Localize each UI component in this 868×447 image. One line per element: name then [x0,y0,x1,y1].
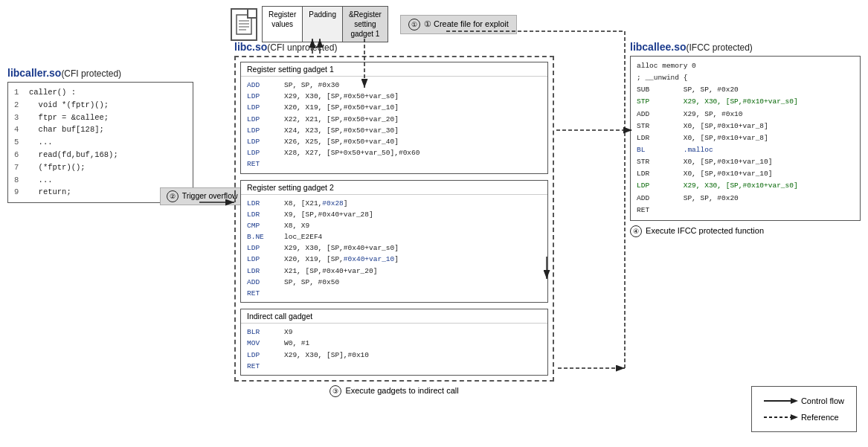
libc-section: libc.so(CFI unprotected) Register settin… [234,41,554,397]
callee-line: LDP X29, X30, [SP,#0x10+var_s0] [637,180,854,192]
asm-line: LDRX9, [SP,#0x40+var_28] [247,209,541,220]
code-line-1: 1caller() : [14,86,187,99]
libcallee-code-box: alloc memory 0 ; __unwind { SUB SP, SP, … [630,56,861,221]
asm-line: LDPX26, X25, [SP,#0x50+var_40] [247,136,541,147]
gadget2-content: LDRX8, [X21,#0x28] LDRX9, [SP,#0x40+var_… [241,195,547,303]
step1-text: ① Create file for exploit [424,19,509,28]
code-line-8: 8 ... [14,174,187,187]
gadget3-title: Indirect call gadget [241,309,547,324]
code-line-7: 7 (*fptr)(); [14,161,187,174]
callee-line: STR X0, [SP,#0x10+var_10] [637,156,854,168]
asm-line: RET [247,288,541,299]
asm-line: ADDSP, SP, #0x50 [247,277,541,288]
asm-line: LDPX29, X30, [SP,#0x50+var_s0] [247,91,541,102]
gadget1-box: Register setting gadget 1 ADDSP, SP, #0x… [240,62,548,174]
file-area: Registervalues Padding &Registersettingg… [231,6,517,42]
legend-item-reference: Reference [764,409,844,425]
asm-line: LDPX20, X19, [SP,#0x50+var_10] [247,102,541,113]
callee-line: alloc memory 0 [637,60,854,72]
asm-line: LDPX29, X30, [SP],#0x10 [247,350,541,361]
callee-line: BL .malloc [637,144,854,156]
libcaller-title: libcaller.so(CFI protected) [7,67,193,79]
gadget2-title: Register setting gadget 2 [241,181,547,195]
step4-label: ④ Execute IFCC protected function [630,225,861,237]
step3-circle: ③ [329,385,341,397]
libcallee-title: libcallee.so(IFCC protected) [630,41,861,53]
step1-circle: ① [408,19,420,30]
asm-line: LDRX21, [SP,#0x40+var_20] [247,266,541,277]
asm-line: LDRX8, [X21,#0x28] [247,198,541,209]
step3-label: ③ Execute gadgets to indirect call [234,385,554,397]
asm-line: B.NEloc_E2EF4 [247,231,541,242]
asm-line: ADDSP, SP, #0x30 [247,80,541,91]
svg-marker-6 [791,398,798,404]
file-box-registers: Registervalues [263,7,303,42]
callee-line: LDR X0, [SP,#0x10+var_10] [637,168,854,180]
callee-line: ; __unwind { [637,72,854,84]
asm-line: LDPX28, X27, [SP+0x50+var_50],#0x60 [247,147,541,158]
callee-line: SUB SP, SP, #0x20 [637,84,854,96]
code-line-5: 5 ... [14,136,187,149]
callee-line: RET [637,205,854,216]
libcaller-protection: (CFI protected) [61,68,121,79]
legend-reference-label: Reference [801,409,839,425]
gadget1-content: ADDSP, SP, #0x30 LDPX29, X30, [SP,#0x50+… [241,77,547,173]
code-line-3: 3 ftpr = &callee; [14,112,187,124]
libcaller-name: libcaller.so [7,67,61,79]
file-box-gadget-ref: &Registersettinggadget 1 [343,7,388,42]
legend-box: Control flow Reference [751,386,857,432]
callee-line: LDR X0, [SP,#0x10+var_8] [637,132,854,144]
asm-line: LDPX20, X19, [SP,#0x40+var_10] [247,254,541,265]
code-line-4: 4 char buf[128]; [14,123,187,136]
asm-line: LDPX29, X30, [SP,#0x40+var_s0] [247,242,541,254]
gadget3-box: Indirect call gadget BLRX9 MOVW0, #1 LDP… [240,309,548,376]
step4-circle: ④ [630,225,642,237]
libc-name: libc.so [234,41,267,53]
asm-line: RET [247,158,541,170]
svg-rect-0 [237,15,251,34]
legend-control-flow-label: Control flow [801,393,844,409]
svg-marker-8 [791,414,798,420]
trigger-overflow-label: ② Trigger overflow [160,187,245,205]
gadget1-title: Register setting gadget 1 [241,62,547,77]
libcallee-name: libcallee.so [630,41,686,53]
libcaller-code-box: 1caller() : 2 void *(fptr)(); 3 ftpr = &… [7,82,193,203]
asm-line: LDPX22, X21, [SP,#0x50+var_20] [247,114,541,125]
file-box-padding: Padding [303,7,343,42]
libc-protection: (CFI unprotected) [267,42,337,53]
solid-arrow-icon [764,396,798,405]
gadget2-box: Register setting gadget 2 LDRX8, [X21,#0… [240,180,548,303]
asm-line: CMPX8, X9 [247,220,541,231]
step2-circle: ② [167,190,179,202]
asm-line: RET [247,361,541,372]
libcaller-section: libcaller.so(CFI protected) 1caller() : … [7,67,193,203]
libc-dashed-border: Register setting gadget 1 ADDSP, SP, #0x… [234,56,554,382]
code-line-6: 6 read(fd,buf,168); [14,149,187,161]
libc-title: libc.so(CFI unprotected) [234,41,554,53]
callee-line: ADD X29, SP, #0x10 [637,109,854,120]
dashed-arrow-icon [764,413,798,422]
asm-line: MOVW0, #1 [247,338,541,349]
libcallee-section: libcallee.so(IFCC protected) alloc memor… [630,41,861,237]
file-icon [231,8,257,41]
asm-line: BLRX9 [247,327,541,338]
asm-line: LDPX24, X23, [SP,#0x50+var_30] [247,125,541,136]
code-line-2: 2 void *(fptr)(); [14,99,187,112]
libcallee-protection: (IFCC protected) [686,42,752,53]
file-boxes: Registervalues Padding &Registersettingg… [262,6,388,42]
step1-label: ① ① Create file for exploit [400,15,517,34]
callee-line: ADD SP, SP, #0x20 [637,193,854,205]
callee-line: STP X29, X30, [SP,#0x10+var_s0] [637,96,854,108]
gadget3-content: BLRX9 MOVW0, #1 LDPX29, X30, [SP],#0x10 … [241,324,547,375]
legend-item-control-flow: Control flow [764,393,844,409]
main-container: Registervalues Padding &Registersettingg… [0,0,868,447]
callee-line: STR X0, [SP,#0x10+var_8] [637,120,854,132]
